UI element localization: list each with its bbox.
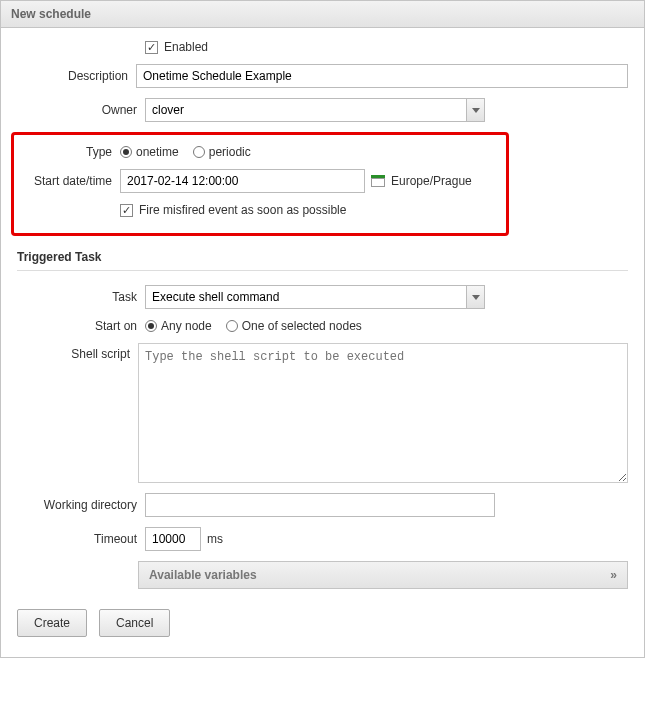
create-button[interactable]: Create	[17, 609, 87, 637]
start-on-label: Start on	[17, 319, 145, 333]
button-row: Create Cancel	[17, 609, 628, 637]
panel-body: Enabled Description Owner Type	[1, 28, 644, 657]
shell-script-input[interactable]	[138, 343, 628, 483]
expand-icon: »	[610, 568, 617, 582]
new-schedule-panel: New schedule Enabled Description Owner	[0, 0, 645, 658]
enabled-label: Enabled	[164, 40, 208, 54]
calendar-icon[interactable]	[371, 175, 385, 187]
task-select[interactable]	[145, 285, 485, 309]
radio-label: periodic	[209, 145, 251, 159]
panel-title: New schedule	[1, 1, 644, 28]
chevron-down-icon[interactable]	[466, 98, 485, 122]
radio-label: Any node	[161, 319, 212, 333]
radio-icon	[193, 146, 205, 158]
description-input[interactable]	[136, 64, 628, 88]
available-variables-toggle[interactable]: Available variables »	[138, 561, 628, 589]
divider	[17, 270, 628, 271]
start-date-label: Start date/time	[20, 174, 120, 188]
working-dir-input[interactable]	[145, 493, 495, 517]
avail-vars-label: Available variables	[149, 568, 257, 582]
description-label: Description	[17, 69, 136, 83]
owner-label: Owner	[17, 103, 145, 117]
triggered-task-title: Triggered Task	[17, 250, 628, 264]
task-value[interactable]	[145, 285, 466, 309]
radio-icon	[120, 146, 132, 158]
owner-select[interactable]	[145, 98, 485, 122]
start-on-radio-group: Any node One of selected nodes	[145, 319, 362, 333]
type-label: Type	[20, 145, 120, 159]
timeout-input[interactable]	[145, 527, 201, 551]
timeout-label: Timeout	[17, 532, 145, 546]
script-label: Shell script	[17, 343, 138, 361]
misfire-label: Fire misfired event as soon as possible	[139, 203, 346, 217]
highlight-box: Type onetime periodic Start	[11, 132, 509, 236]
chevron-down-icon[interactable]	[466, 285, 485, 309]
timezone-text: Europe/Prague	[391, 174, 472, 188]
radio-icon	[226, 320, 238, 332]
task-label: Task	[17, 290, 145, 304]
timeout-unit: ms	[207, 532, 223, 546]
start-date-input[interactable]	[120, 169, 365, 193]
radio-any-node[interactable]: Any node	[145, 319, 212, 333]
misfire-checkbox[interactable]	[120, 204, 133, 217]
type-radio-group: onetime periodic	[120, 145, 251, 159]
radio-onetime[interactable]: onetime	[120, 145, 179, 159]
enabled-checkbox[interactable]	[145, 41, 158, 54]
cancel-button[interactable]: Cancel	[99, 609, 170, 637]
radio-label: One of selected nodes	[242, 319, 362, 333]
radio-periodic[interactable]: periodic	[193, 145, 251, 159]
working-dir-label: Working directory	[17, 498, 145, 512]
radio-selected-nodes[interactable]: One of selected nodes	[226, 319, 362, 333]
radio-icon	[145, 320, 157, 332]
owner-value[interactable]	[145, 98, 466, 122]
radio-label: onetime	[136, 145, 179, 159]
